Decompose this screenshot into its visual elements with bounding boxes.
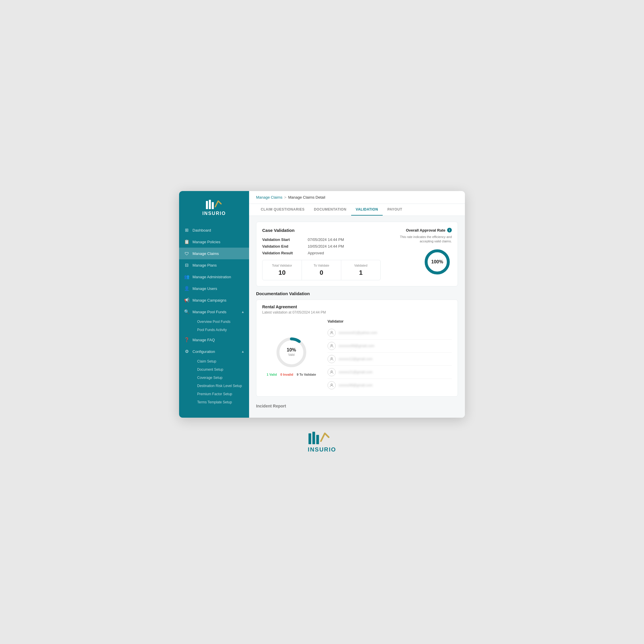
sidebar-item-configuration[interactable]: ⚙ Configuration ▲ bbox=[179, 346, 249, 357]
validation-start-value: 07/05/2024 14:44 PM bbox=[308, 237, 344, 242]
sidebar-item-premium-factor-setup[interactable]: Premium Factor Setup bbox=[193, 390, 249, 398]
sidebar-item-document-setup[interactable]: Document Setup bbox=[193, 365, 249, 374]
campaigns-icon: 📢 bbox=[184, 297, 190, 303]
sidebar-item-manage-users[interactable]: 👤 Manage Users bbox=[179, 283, 249, 294]
bottom-logo-svg bbox=[308, 429, 331, 445]
documentation-validation-section: Documentation Validation Rental Agreemen… bbox=[256, 291, 458, 412]
validation-info: Case Validation Validation Start 07/05/2… bbox=[262, 228, 381, 280]
sidebar-item-manage-plans[interactable]: ⊟ Manage Plans bbox=[179, 259, 249, 271]
sidebar-navigation: ⊞ Dashboard 📋 Manage Policies 🛡 Manage C… bbox=[179, 222, 249, 413]
svg-point-12 bbox=[331, 358, 332, 359]
legend-invalid: 0 Invalid bbox=[280, 373, 293, 376]
rental-agreement-card: Rental Agreement Latest validation at 07… bbox=[256, 300, 458, 397]
validation-result-value: Approved bbox=[308, 251, 324, 255]
validator-panel: Validator xxxxxxxx01@yahoo.com bbox=[328, 319, 452, 392]
svg-rect-2 bbox=[212, 202, 214, 209]
svg-text:10%: 10% bbox=[287, 347, 296, 352]
logo-svg bbox=[205, 198, 223, 210]
documentation-validation-title: Documentation Validation bbox=[256, 291, 458, 296]
sidebar-item-label: Manage Campaigns bbox=[193, 298, 226, 302]
users-icon: 👤 bbox=[184, 286, 190, 291]
pool-funds-submenu: Overview Pool Funds Pool Funds Activity bbox=[179, 318, 249, 334]
validator-email-2: xxxxxx12@gmail.com bbox=[339, 357, 372, 361]
bottom-brand-name: INSURIO bbox=[308, 446, 336, 453]
validator-row: xxxxxx21@gmail.com bbox=[328, 366, 452, 379]
sidebar-item-overview-pool-funds[interactable]: Overview Pool Funds bbox=[193, 318, 249, 326]
validation-end-value: 10/05/2024 14:44 PM bbox=[308, 244, 344, 249]
sidebar-item-pool-funds-activity[interactable]: Pool Funds Activity bbox=[193, 326, 249, 334]
sidebar-item-label: Manage Pool Funds bbox=[193, 310, 226, 314]
validated-label: Validated bbox=[345, 264, 377, 267]
tab-validation[interactable]: VALIDATION bbox=[351, 204, 383, 216]
svg-point-6 bbox=[278, 339, 305, 366]
approval-donut-container: 100% bbox=[388, 247, 452, 277]
policies-icon: 📋 bbox=[184, 239, 190, 245]
validator-panel-title: Validator bbox=[328, 319, 452, 323]
tab-payout[interactable]: PAYOUT bbox=[383, 204, 407, 216]
svg-rect-15 bbox=[309, 433, 311, 444]
sidebar-item-manage-policies[interactable]: 📋 Manage Policies bbox=[179, 236, 249, 248]
svg-point-14 bbox=[331, 384, 332, 385]
sidebar-item-dashboard[interactable]: ⊞ Dashboard bbox=[179, 224, 249, 236]
sidebar-item-coverage-setup[interactable]: Coverage Setup bbox=[193, 374, 249, 382]
svg-point-11 bbox=[331, 344, 332, 346]
faq-icon: ❓ bbox=[184, 337, 190, 343]
validation-end-row: Validation End 10/05/2024 14:44 PM bbox=[262, 244, 381, 249]
sidebar: INSURIO ⊞ Dashboard 📋 Manage Policies 🛡 … bbox=[179, 191, 249, 418]
validation-start-row: Validation Start 07/05/2024 14:44 PM bbox=[262, 237, 381, 242]
tab-claim-questionaries[interactable]: CLAIM QUESTIONARIES bbox=[256, 204, 309, 216]
rental-agreement-latest: Latest validation at 07/05/2024 14:44 PM bbox=[262, 310, 452, 314]
breadcrumb-parent[interactable]: Manage Claims bbox=[256, 195, 282, 199]
doc-card-body: 10% Valid 1 Valid 0 Invalid 9 To Validat… bbox=[262, 319, 452, 392]
approval-rate-title: Overall Approval Rate i bbox=[388, 228, 452, 232]
breadcrumb-separator: > bbox=[284, 195, 286, 199]
validator-row: xxxxxx99@gmail.com bbox=[328, 379, 452, 392]
svg-rect-17 bbox=[316, 435, 319, 444]
rental-agreement-donut-chart: 10% Valid bbox=[274, 335, 309, 370]
case-validation-top: Case Validation Validation Start 07/05/2… bbox=[262, 228, 452, 280]
pool-funds-icon: 🔍 bbox=[184, 309, 190, 315]
total-validator-value: 10 bbox=[266, 269, 298, 277]
breadcrumb: Manage Claims > Manage Claims Detail bbox=[249, 191, 465, 204]
sidebar-item-manage-administration[interactable]: 👥 Manage Administration bbox=[179, 271, 249, 283]
brand-name: INSURIO bbox=[202, 211, 226, 216]
sidebar-item-label: Manage Claims bbox=[193, 251, 219, 256]
app-window: INSURIO ⊞ Dashboard 📋 Manage Policies 🛡 … bbox=[179, 191, 465, 418]
sidebar-item-manage-faq[interactable]: ❓ Manage FAQ bbox=[179, 334, 249, 346]
tab-documentation[interactable]: DOCUMENTATION bbox=[309, 204, 351, 216]
validator-row: xxxxxxx99@gmail.com bbox=[328, 339, 452, 353]
approval-rate-description: This rate indicates the efficiency and a… bbox=[388, 235, 452, 244]
sidebar-item-label: Manage Policies bbox=[193, 240, 220, 244]
case-validation-card: Case Validation Validation Start 07/05/2… bbox=[256, 222, 458, 286]
validation-result-row: Validation Result Approved bbox=[262, 251, 381, 255]
validator-email-3: xxxxxx21@gmail.com bbox=[339, 370, 372, 374]
sidebar-item-label: Manage FAQ bbox=[193, 338, 215, 342]
sidebar-item-manage-claims[interactable]: 🛡 Manage Claims bbox=[179, 248, 249, 259]
stat-to-validate: To Validate 0 bbox=[302, 260, 341, 280]
svg-point-13 bbox=[331, 371, 332, 372]
validation-stats-row: Total Validator 10 To Validate 0 Validat… bbox=[262, 260, 381, 280]
sidebar-item-label: Manage Administration bbox=[193, 275, 231, 279]
sidebar-item-manage-campaigns[interactable]: 📢 Manage Campaigns bbox=[179, 294, 249, 306]
validator-email-0: xxxxxxxx01@yahoo.com bbox=[339, 331, 377, 335]
bottom-logo: INSURIO bbox=[308, 429, 336, 453]
configuration-icon: ⚙ bbox=[184, 349, 190, 354]
to-validate-label: To Validate bbox=[305, 264, 337, 267]
approval-info-badge[interactable]: i bbox=[447, 228, 452, 232]
claims-icon: 🛡 bbox=[184, 251, 190, 256]
validator-avatar-3 bbox=[328, 368, 336, 376]
validator-row: xxxxxxxx01@yahoo.com bbox=[328, 326, 452, 339]
sidebar-item-claim-setup[interactable]: Claim Setup bbox=[193, 357, 249, 365]
to-validate-value: 0 bbox=[305, 269, 337, 277]
content-area: Case Validation Validation Start 07/05/2… bbox=[249, 216, 465, 418]
sidebar-item-label: Manage Plans bbox=[193, 263, 217, 267]
svg-rect-16 bbox=[312, 432, 315, 444]
approval-panel: Overall Approval Rate i This rate indica… bbox=[388, 228, 452, 280]
sidebar-item-destination-risk-level-setup[interactable]: Destination Risk Level Setup bbox=[193, 382, 249, 390]
svg-text:Valid: Valid bbox=[288, 353, 295, 356]
validation-result-label: Validation Result bbox=[262, 251, 303, 255]
approval-donut-chart: 100% bbox=[423, 247, 452, 277]
sidebar-item-manage-pool-funds[interactable]: 🔍 Manage Pool Funds ▲ bbox=[179, 306, 249, 318]
sidebar-item-terms-template-setup[interactable]: Terms Template Setup bbox=[193, 398, 249, 406]
configuration-chevron: ▲ bbox=[241, 350, 244, 353]
